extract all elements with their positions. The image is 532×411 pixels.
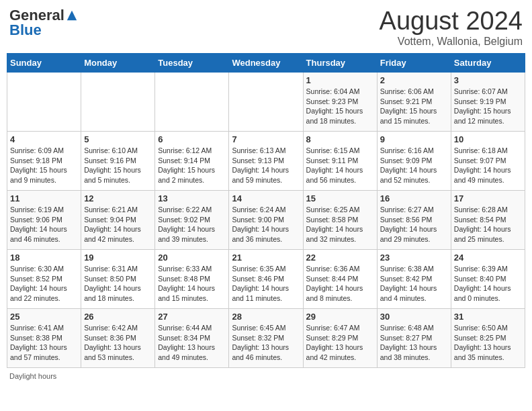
day-info: Sunrise: 6:25 AM Sunset: 8:58 PM Dayligh… xyxy=(306,205,374,244)
day-info: Sunrise: 6:12 AM Sunset: 9:14 PM Dayligh… xyxy=(158,146,226,185)
calendar-cell: 16Sunrise: 6:27 AM Sunset: 8:56 PM Dayli… xyxy=(377,191,451,250)
page-subtitle: Vottem, Wallonia, Belgium xyxy=(380,36,523,48)
day-info: Sunrise: 6:30 AM Sunset: 8:52 PM Dayligh… xyxy=(10,264,78,304)
day-number: 14 xyxy=(232,193,300,203)
day-number: 24 xyxy=(454,253,522,263)
day-info: Sunrise: 6:28 AM Sunset: 8:54 PM Dayligh… xyxy=(454,205,522,244)
calendar-header-saturday: Saturday xyxy=(451,54,525,73)
calendar-cell: 17Sunrise: 6:28 AM Sunset: 8:54 PM Dayli… xyxy=(451,191,525,250)
calendar-cell: 5Sunrise: 6:10 AM Sunset: 9:16 PM Daylig… xyxy=(81,132,155,191)
calendar-cell: 6Sunrise: 6:12 AM Sunset: 9:14 PM Daylig… xyxy=(155,132,229,191)
day-number: 25 xyxy=(10,312,78,322)
day-info: Sunrise: 6:19 AM Sunset: 9:06 PM Dayligh… xyxy=(10,205,78,244)
day-info: Sunrise: 6:38 AM Sunset: 8:42 PM Dayligh… xyxy=(380,264,448,304)
calendar-cell: 12Sunrise: 6:21 AM Sunset: 9:04 PM Dayli… xyxy=(81,191,155,250)
day-number: 10 xyxy=(454,134,522,144)
page-header: General Blue August 2024 Vottem, Walloni… xyxy=(7,7,525,48)
calendar-cell: 18Sunrise: 6:30 AM Sunset: 8:52 PM Dayli… xyxy=(7,250,81,309)
logo-icon xyxy=(66,9,78,21)
calendar-cell: 27Sunrise: 6:44 AM Sunset: 8:34 PM Dayli… xyxy=(155,309,229,368)
day-number: 27 xyxy=(158,312,226,322)
calendar-cell: 31Sunrise: 6:50 AM Sunset: 8:25 PM Dayli… xyxy=(451,309,525,368)
day-info: Sunrise: 6:22 AM Sunset: 9:02 PM Dayligh… xyxy=(158,205,226,244)
calendar-cell: 30Sunrise: 6:48 AM Sunset: 8:27 PM Dayli… xyxy=(377,309,451,368)
calendar-cell: 23Sunrise: 6:38 AM Sunset: 8:42 PM Dayli… xyxy=(377,250,451,309)
day-number: 22 xyxy=(306,253,374,263)
calendar-cell: 22Sunrise: 6:36 AM Sunset: 8:44 PM Dayli… xyxy=(303,250,377,309)
logo: General Blue xyxy=(9,7,78,39)
calendar-cell xyxy=(229,73,303,132)
day-info: Sunrise: 6:44 AM Sunset: 8:34 PM Dayligh… xyxy=(158,323,226,363)
day-number: 31 xyxy=(454,312,522,322)
day-info: Sunrise: 6:09 AM Sunset: 9:18 PM Dayligh… xyxy=(10,146,78,185)
calendar-cell: 7Sunrise: 6:13 AM Sunset: 9:13 PM Daylig… xyxy=(229,132,303,191)
day-number: 5 xyxy=(84,134,152,144)
calendar-cell: 20Sunrise: 6:33 AM Sunset: 8:48 PM Dayli… xyxy=(155,250,229,309)
day-number: 7 xyxy=(232,134,300,144)
day-number: 16 xyxy=(380,193,448,203)
day-info: Sunrise: 6:35 AM Sunset: 8:46 PM Dayligh… xyxy=(232,264,300,304)
calendar-cell: 19Sunrise: 6:31 AM Sunset: 8:50 PM Dayli… xyxy=(81,250,155,309)
day-number: 26 xyxy=(84,312,152,322)
calendar-cell: 29Sunrise: 6:47 AM Sunset: 8:29 PM Dayli… xyxy=(303,309,377,368)
calendar-table: SundayMondayTuesdayWednesdayThursdayFrid… xyxy=(7,53,525,368)
calendar-cell: 2Sunrise: 6:06 AM Sunset: 9:21 PM Daylig… xyxy=(377,73,451,132)
footer-note: Daylight hours xyxy=(7,372,525,380)
day-info: Sunrise: 6:24 AM Sunset: 9:00 PM Dayligh… xyxy=(232,205,300,244)
day-number: 2 xyxy=(380,75,448,85)
calendar-cell: 9Sunrise: 6:16 AM Sunset: 9:09 PM Daylig… xyxy=(377,132,451,191)
week-row-1: 1Sunrise: 6:04 AM Sunset: 9:23 PM Daylig… xyxy=(7,73,525,132)
day-info: Sunrise: 6:50 AM Sunset: 8:25 PM Dayligh… xyxy=(454,323,522,363)
calendar-cell: 11Sunrise: 6:19 AM Sunset: 9:06 PM Dayli… xyxy=(7,191,81,250)
svg-marker-0 xyxy=(67,11,77,20)
day-info: Sunrise: 6:13 AM Sunset: 9:13 PM Dayligh… xyxy=(232,146,300,185)
calendar-cell: 4Sunrise: 6:09 AM Sunset: 9:18 PM Daylig… xyxy=(7,132,81,191)
logo-blue-text: Blue xyxy=(9,21,42,39)
calendar-header-wednesday: Wednesday xyxy=(229,54,303,73)
day-number: 4 xyxy=(10,134,78,144)
day-number: 9 xyxy=(380,134,448,144)
day-info: Sunrise: 6:41 AM Sunset: 8:38 PM Dayligh… xyxy=(10,323,78,363)
day-number: 20 xyxy=(158,253,226,263)
day-number: 30 xyxy=(380,312,448,322)
calendar-header-friday: Friday xyxy=(377,54,451,73)
day-info: Sunrise: 6:47 AM Sunset: 8:29 PM Dayligh… xyxy=(306,323,374,363)
day-info: Sunrise: 6:42 AM Sunset: 8:36 PM Dayligh… xyxy=(84,323,152,363)
day-number: 6 xyxy=(158,134,226,144)
week-row-2: 4Sunrise: 6:09 AM Sunset: 9:18 PM Daylig… xyxy=(7,132,525,191)
day-number: 23 xyxy=(380,253,448,263)
day-number: 29 xyxy=(306,312,374,322)
calendar-cell: 13Sunrise: 6:22 AM Sunset: 9:02 PM Dayli… xyxy=(155,191,229,250)
calendar-cell: 14Sunrise: 6:24 AM Sunset: 9:00 PM Dayli… xyxy=(229,191,303,250)
day-number: 15 xyxy=(306,193,374,203)
day-info: Sunrise: 6:16 AM Sunset: 9:09 PM Dayligh… xyxy=(380,146,448,185)
day-number: 11 xyxy=(10,193,78,203)
day-number: 12 xyxy=(84,193,152,203)
calendar-cell: 21Sunrise: 6:35 AM Sunset: 8:46 PM Dayli… xyxy=(229,250,303,309)
day-number: 19 xyxy=(84,253,152,263)
week-row-5: 25Sunrise: 6:41 AM Sunset: 8:38 PM Dayli… xyxy=(7,309,525,368)
calendar-cell xyxy=(81,73,155,132)
title-block: August 2024 Vottem, Wallonia, Belgium xyxy=(380,7,523,48)
day-info: Sunrise: 6:10 AM Sunset: 9:16 PM Dayligh… xyxy=(84,146,152,185)
calendar-cell xyxy=(155,73,229,132)
day-number: 13 xyxy=(158,193,226,203)
day-info: Sunrise: 6:45 AM Sunset: 8:32 PM Dayligh… xyxy=(232,323,300,363)
week-row-4: 18Sunrise: 6:30 AM Sunset: 8:52 PM Dayli… xyxy=(7,250,525,309)
day-number: 8 xyxy=(306,134,374,144)
day-number: 3 xyxy=(454,75,522,85)
day-number: 18 xyxy=(10,253,78,263)
day-number: 28 xyxy=(232,312,300,322)
day-info: Sunrise: 6:06 AM Sunset: 9:21 PM Dayligh… xyxy=(380,87,448,126)
calendar-cell: 25Sunrise: 6:41 AM Sunset: 8:38 PM Dayli… xyxy=(7,309,81,368)
day-info: Sunrise: 6:07 AM Sunset: 9:19 PM Dayligh… xyxy=(454,87,522,126)
calendar-header-sunday: Sunday xyxy=(7,54,81,73)
day-info: Sunrise: 6:27 AM Sunset: 8:56 PM Dayligh… xyxy=(380,205,448,244)
calendar-header-monday: Monday xyxy=(81,54,155,73)
calendar-cell xyxy=(7,73,81,132)
calendar-cell: 24Sunrise: 6:39 AM Sunset: 8:40 PM Dayli… xyxy=(451,250,525,309)
day-info: Sunrise: 6:36 AM Sunset: 8:44 PM Dayligh… xyxy=(306,264,374,304)
calendar-cell: 28Sunrise: 6:45 AM Sunset: 8:32 PM Dayli… xyxy=(229,309,303,368)
calendar-header-row: SundayMondayTuesdayWednesdayThursdayFrid… xyxy=(7,54,525,73)
calendar-cell: 15Sunrise: 6:25 AM Sunset: 8:58 PM Dayli… xyxy=(303,191,377,250)
